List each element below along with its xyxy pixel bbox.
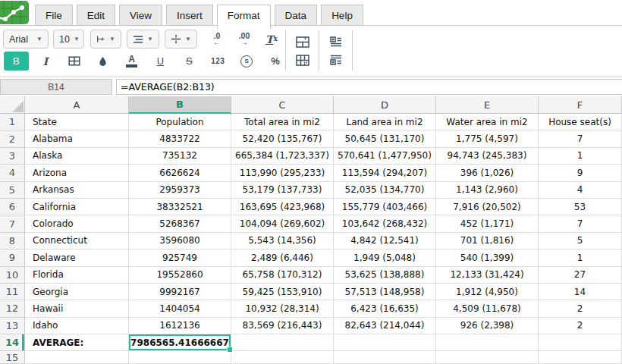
cell-F15[interactable] (539, 351, 622, 364)
menu-tab-edit[interactable]: Edit (77, 5, 115, 26)
cell-C5[interactable]: 53,179 (137,733) (231, 182, 334, 199)
fill-handle[interactable] (227, 347, 233, 353)
cell-F10[interactable]: 27 (539, 267, 622, 284)
font-size-dropdown[interactable]: 10 ▼ (53, 30, 84, 49)
cell-B15[interactable] (129, 351, 231, 364)
cell-E3[interactable]: 94,743 (245,383) (436, 148, 539, 165)
cell-D9[interactable]: 1,949 (5,048) (334, 249, 436, 266)
select-all-corner[interactable] (0, 96, 25, 114)
cell-A4[interactable]: Arizona (25, 165, 129, 181)
row-header-8[interactable]: 8 (0, 233, 25, 249)
table-grid-button[interactable] (293, 51, 313, 69)
cell-D11[interactable]: 57,513 (148,958) (334, 284, 436, 300)
insert-row-below-button[interactable] (326, 51, 346, 69)
column-header-f[interactable]: F (539, 96, 622, 114)
cell-F9[interactable]: 1 (539, 249, 622, 266)
cell-C1[interactable]: Total area in mi2 (231, 114, 334, 130)
cell-F7[interactable]: 7 (539, 215, 622, 232)
cell-C4[interactable]: 113,990 (295,233) (231, 165, 334, 181)
cell-E2[interactable]: 1,775 (4,597) (436, 130, 539, 147)
cell-E1[interactable]: Water area in mi2 (436, 114, 539, 130)
cell-reference-box[interactable]: B14 (0, 79, 112, 95)
cell-D4[interactable]: 113,594 (294,207) (334, 165, 436, 181)
row-header-2[interactable]: 2 (0, 130, 25, 147)
row-header-1[interactable]: 1 (0, 114, 25, 130)
cell-A1[interactable]: State (25, 114, 129, 130)
number-format-button[interactable]: 123 (208, 52, 228, 71)
cell-E6[interactable]: 7,916 (20,502) (436, 199, 539, 215)
borders-button[interactable] (64, 52, 84, 71)
cell-F5[interactable]: 4 (539, 182, 622, 199)
cell-C2[interactable]: 52,420 (135,767) (231, 130, 334, 147)
fill-color-button[interactable] (93, 52, 113, 71)
cell-D12[interactable]: 6,423 (16,635) (334, 300, 436, 317)
cell-D13[interactable]: 82,643 (214,044) (334, 318, 436, 334)
cell-E8[interactable]: 701 (1,816) (436, 233, 539, 249)
cell-A10[interactable]: Florida (25, 267, 129, 284)
row-header-10[interactable]: 10 (0, 267, 25, 284)
cell-A2[interactable]: Alabama (25, 130, 129, 147)
column-header-e[interactable]: E (436, 96, 539, 114)
menu-tab-help[interactable]: Help (321, 5, 363, 26)
text-color-button[interactable]: A (122, 52, 142, 71)
cell-A5[interactable]: Arkansas (25, 182, 129, 199)
cell-B8[interactable]: 3596080 (129, 233, 231, 249)
increase-decimals-button[interactable]: .00 → (234, 30, 254, 49)
cell-D8[interactable]: 4,842 (12,541) (334, 233, 436, 249)
cell-B10[interactable]: 19552860 (129, 267, 231, 284)
cell-B9[interactable]: 925749 (129, 249, 231, 266)
cell-E5[interactable]: 1,143 (2,960) (436, 182, 539, 199)
cell-B4[interactable]: 6626624 (129, 165, 231, 181)
cell-D1[interactable]: Land area in mi2 (334, 114, 436, 130)
row-header-9[interactable]: 9 (0, 249, 25, 266)
cell-C6[interactable]: 163,695 (423,968) (231, 199, 334, 215)
column-header-c[interactable]: C (231, 96, 334, 114)
cell-F14[interactable] (539, 334, 622, 351)
cell-C13[interactable]: 83,569 (216,443) (231, 318, 334, 334)
cell-B11[interactable]: 9992167 (129, 284, 231, 300)
column-width-dropdown[interactable]: ▼ (90, 30, 121, 49)
menu-tab-format[interactable]: Format (217, 5, 271, 30)
cell-C14[interactable] (231, 334, 334, 351)
vertical-align-dropdown[interactable]: ▼ (165, 30, 197, 49)
bold-button[interactable]: B (4, 52, 29, 71)
cell-D6[interactable]: 155,779 (403,466) (334, 199, 436, 215)
cell-B3[interactable]: 735132 (129, 148, 231, 165)
cell-D7[interactable]: 103,642 (268,432) (334, 215, 436, 232)
cell-F6[interactable]: 53 (539, 199, 622, 215)
cell-F1[interactable]: House seat(s) (539, 114, 622, 130)
cell-D14[interactable] (334, 334, 436, 351)
cell-B5[interactable]: 2959373 (129, 182, 231, 199)
italic-button[interactable]: I (36, 52, 55, 71)
cell-B14[interactable]: 7986565.41666667 (129, 334, 231, 351)
cell-E7[interactable]: 452 (1,171) (436, 215, 539, 232)
cell-E15[interactable] (436, 351, 539, 364)
row-header-7[interactable]: 7 (0, 215, 25, 232)
currency-format-button[interactable]: S (237, 52, 256, 71)
cell-B12[interactable]: 1404054 (129, 300, 231, 317)
cell-E14[interactable] (436, 334, 539, 351)
cell-F12[interactable]: 2 (539, 300, 622, 317)
menu-tab-insert[interactable]: Insert (166, 5, 213, 26)
row-header-5[interactable]: 5 (0, 182, 25, 199)
cell-C11[interactable]: 59,425 (153,910) (231, 284, 334, 300)
cell-F2[interactable]: 7 (539, 130, 622, 147)
cell-F3[interactable]: 1 (539, 148, 622, 165)
cell-C3[interactable]: 665,384 (1,723,337) (231, 148, 334, 165)
percent-format-button[interactable]: % (265, 52, 285, 71)
row-header-13[interactable]: 13 (0, 318, 25, 334)
row-header-3[interactable]: 3 (0, 148, 25, 165)
cell-A6[interactable]: California (25, 199, 129, 215)
menu-tab-view[interactable]: View (119, 5, 162, 26)
row-header-15[interactable]: 15 (0, 351, 25, 364)
horizontal-align-dropdown[interactable]: ▼ (127, 30, 159, 49)
underline-button[interactable]: U (151, 52, 171, 71)
strikethrough-button[interactable]: S (179, 52, 199, 71)
cell-E10[interactable]: 12,133 (31,424) (436, 267, 539, 284)
cell-E4[interactable]: 396 (1,026) (436, 165, 539, 181)
cell-C7[interactable]: 104,094 (269,602) (231, 215, 334, 232)
cell-A13[interactable]: Idaho (25, 318, 129, 334)
cell-E11[interactable]: 1,912 (4,950) (436, 284, 539, 300)
insert-row-above-button[interactable] (326, 33, 346, 51)
cell-D15[interactable] (334, 351, 436, 364)
